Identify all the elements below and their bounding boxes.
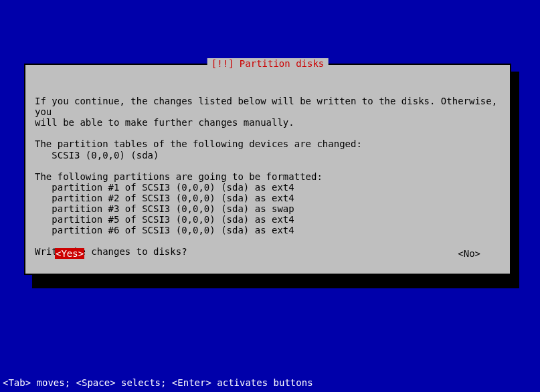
partition-item: partition #6 of SCSI3 (0,0,0) (sda) as e… (35, 225, 294, 235)
partition-dialog: [!!] Partition disks If you continue, th… (24, 64, 511, 275)
partition-item: partition #3 of SCSI3 (0,0,0) (sda) as s… (35, 203, 294, 214)
title-text: [!!] Partition disks (211, 58, 325, 69)
no-button[interactable]: <No> (458, 248, 480, 259)
partition-item: partition #1 of SCSI3 (0,0,0) (sda) as e… (35, 182, 294, 193)
partition-item: partition #2 of SCSI3 (0,0,0) (sda) as e… (35, 193, 294, 203)
dialog-body: If you continue, the changes listed belo… (35, 85, 501, 268)
device-item: SCSI3 (0,0,0) (sda) (35, 150, 159, 161)
yes-button[interactable]: <Yes> (55, 248, 84, 259)
intro-text: If you continue, the changes listed belo… (35, 96, 503, 128)
status-bar: <Tab> moves; <Space> selects; <Enter> ac… (3, 377, 313, 388)
devices-heading: The partition tables of the following de… (35, 138, 362, 149)
dialog-title: [!!] Partition disks (207, 58, 329, 69)
format-heading: The following partitions are going to be… (35, 171, 323, 182)
button-row: <Yes> <No> (25, 248, 510, 259)
partition-item: partition #5 of SCSI3 (0,0,0) (sda) as e… (35, 214, 294, 225)
